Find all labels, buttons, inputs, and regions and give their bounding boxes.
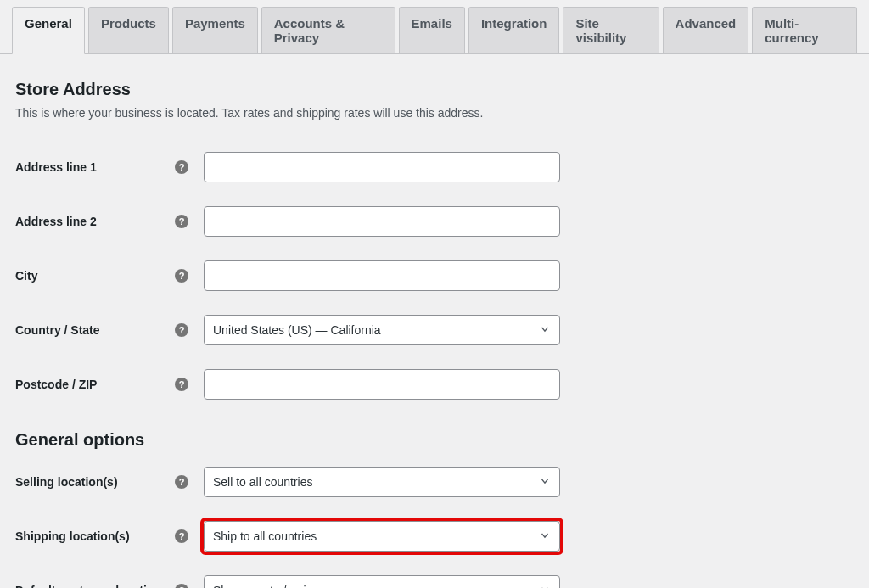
input-city[interactable] bbox=[204, 260, 560, 291]
tab-integration[interactable]: Integration bbox=[468, 7, 560, 53]
row-postcode: Postcode / ZIP ? bbox=[15, 357, 854, 412]
input-address-line-2[interactable] bbox=[204, 206, 560, 237]
help-icon[interactable]: ? bbox=[175, 378, 188, 391]
input-address-line-1[interactable] bbox=[204, 152, 560, 182]
highlight-shipping-locations: Ship to all countries bbox=[204, 521, 560, 552]
help-icon[interactable]: ? bbox=[175, 529, 188, 543]
select-country-state[interactable]: United States (US) — California bbox=[204, 315, 560, 345]
select-shipping-locations[interactable]: Ship to all countries bbox=[204, 521, 560, 552]
select-shipping-locations-value: Ship to all countries bbox=[213, 529, 317, 543]
label-city: City bbox=[15, 269, 37, 283]
select-selling-locations-value: Sell to all countries bbox=[213, 475, 313, 489]
select-selling-locations[interactable]: Sell to all countries bbox=[204, 467, 560, 497]
help-icon[interactable]: ? bbox=[175, 475, 188, 489]
select-country-state-value: United States (US) — California bbox=[213, 323, 381, 337]
select-default-customer-location-value: Shop country/region bbox=[213, 584, 319, 588]
tab-products[interactable]: Products bbox=[88, 7, 169, 53]
tab-general[interactable]: General bbox=[12, 7, 85, 54]
label-default-customer-location: Default customer location bbox=[15, 584, 161, 588]
label-country-state: Country / State bbox=[15, 323, 100, 337]
store-address-heading: Store Address bbox=[15, 80, 854, 99]
help-icon[interactable]: ? bbox=[175, 269, 188, 283]
help-icon[interactable]: ? bbox=[175, 584, 188, 588]
general-options-heading: General options bbox=[15, 430, 854, 450]
chevron-down-icon bbox=[539, 323, 551, 338]
help-icon[interactable]: ? bbox=[175, 215, 188, 228]
row-country-state: Country / State ? United States (US) — C… bbox=[15, 303, 854, 357]
help-icon[interactable]: ? bbox=[175, 160, 188, 174]
label-address-line-2: Address line 2 bbox=[15, 215, 97, 228]
settings-tabs: General Products Payments Accounts & Pri… bbox=[0, 0, 869, 54]
row-address-line-1: Address line 1 ? bbox=[15, 140, 854, 194]
select-default-customer-location[interactable]: Shop country/region bbox=[204, 575, 560, 588]
chevron-down-icon bbox=[539, 584, 551, 589]
label-address-line-1: Address line 1 bbox=[15, 160, 97, 174]
row-address-line-2: Address line 2 ? bbox=[15, 194, 854, 249]
chevron-down-icon bbox=[539, 475, 551, 490]
tab-advanced[interactable]: Advanced bbox=[663, 7, 749, 53]
row-shipping-locations: Shipping location(s) ? Ship to all count… bbox=[15, 509, 854, 563]
help-icon[interactable]: ? bbox=[175, 323, 188, 337]
store-address-description: This is where your business is located. … bbox=[15, 106, 854, 120]
tab-payments[interactable]: Payments bbox=[172, 7, 258, 53]
row-city: City ? bbox=[15, 249, 854, 303]
settings-content: Store Address This is where your busines… bbox=[0, 54, 869, 588]
label-postcode: Postcode / ZIP bbox=[15, 378, 97, 391]
tab-accounts-privacy[interactable]: Accounts & Privacy bbox=[261, 7, 395, 53]
label-shipping-locations: Shipping location(s) bbox=[15, 529, 130, 543]
row-selling-locations: Selling location(s) ? Sell to all countr… bbox=[15, 455, 854, 509]
label-selling-locations: Selling location(s) bbox=[15, 475, 118, 489]
tab-emails[interactable]: Emails bbox=[399, 7, 465, 53]
input-postcode[interactable] bbox=[204, 369, 560, 400]
tab-site-visibility[interactable]: Site visibility bbox=[563, 7, 659, 53]
tab-multi-currency[interactable]: Multi-currency bbox=[752, 7, 857, 53]
chevron-down-icon bbox=[539, 529, 551, 544]
row-default-customer-location: Default customer location ? Shop country… bbox=[15, 563, 854, 588]
